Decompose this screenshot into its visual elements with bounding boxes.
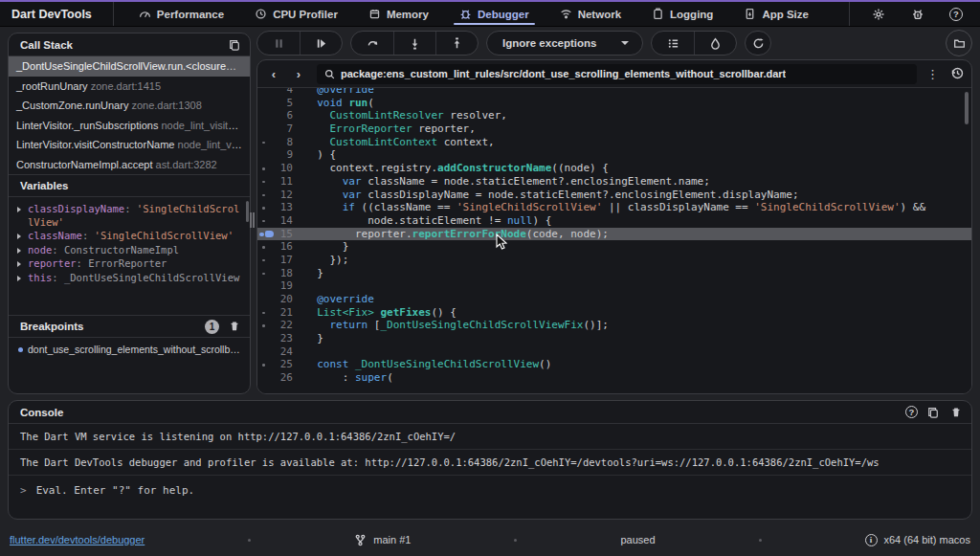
line-number[interactable]: 12 bbox=[270, 189, 293, 202]
call-stack-frame[interactable]: LinterVisitor._runSubscriptions node_lin… bbox=[9, 116, 250, 136]
expand-chevron-icon[interactable] bbox=[17, 261, 21, 267]
breakpoint-gutter[interactable] bbox=[257, 345, 270, 359]
call-stack-frame[interactable]: _rootRunUnary zone.dart:1415 bbox=[9, 77, 250, 97]
line-number[interactable]: 20 bbox=[270, 293, 293, 306]
breakpoint-gutter[interactable] bbox=[257, 254, 270, 267]
copy-icon[interactable] bbox=[227, 37, 242, 53]
breakpoint-item[interactable]: dont_use_scrolling_elements_without_scro… bbox=[16, 344, 242, 355]
file-search-box[interactable]: package:ens_custom_lint_rules/src/dont_u… bbox=[317, 64, 917, 84]
line-number[interactable]: 16 bbox=[270, 240, 293, 254]
breakpoint-gutter[interactable] bbox=[257, 201, 270, 214]
line-number[interactable]: 7 bbox=[270, 122, 293, 136]
tab-app-size[interactable]: App Size bbox=[728, 2, 824, 26]
more-options-icon[interactable]: ⋮ bbox=[926, 68, 939, 80]
code-scrollbar[interactable] bbox=[965, 92, 969, 124]
breakpoint-gutter[interactable] bbox=[257, 332, 270, 345]
droplet-icon[interactable] bbox=[694, 32, 736, 55]
breakpoints-list-icon[interactable] bbox=[652, 32, 694, 55]
help-icon[interactable]: ? bbox=[949, 8, 963, 21]
console-eval-prompt[interactable]: > Eval. Enter "?" for help. bbox=[9, 476, 971, 505]
expand-chevron-icon[interactable] bbox=[17, 234, 21, 239]
breakpoint-gutter[interactable] bbox=[257, 267, 270, 280]
line-number[interactable]: 4 bbox=[270, 88, 293, 97]
breakpoint-gutter[interactable] bbox=[257, 136, 270, 149]
expand-chevron-icon[interactable] bbox=[17, 207, 21, 212]
tab-network[interactable]: Network bbox=[545, 2, 636, 26]
open-file-folder-button[interactable] bbox=[946, 30, 972, 56]
devtools-docs-link[interactable]: flutter.dev/devtools/debugger bbox=[10, 534, 145, 545]
refresh-icon[interactable] bbox=[745, 31, 771, 56]
line-number[interactable]: 9 bbox=[270, 148, 293, 162]
history-back-button[interactable]: ‹ bbox=[261, 63, 286, 84]
file-history-icon[interactable] bbox=[950, 66, 964, 81]
line-number[interactable]: 10 bbox=[270, 162, 293, 175]
tab-memory[interactable]: Memory bbox=[353, 2, 444, 26]
console-copy-icon[interactable] bbox=[925, 405, 941, 420]
line-number[interactable]: 11 bbox=[270, 175, 293, 189]
call-stack-frame[interactable]: ConstructorNameImpl.accept ast.dart:3282 bbox=[9, 155, 250, 175]
breakpoint-gutter[interactable] bbox=[257, 175, 270, 189]
console-help-icon[interactable]: ? bbox=[905, 406, 918, 418]
breakpoint-gutter[interactable] bbox=[257, 214, 270, 228]
breakpoint-gutter[interactable] bbox=[257, 88, 270, 97]
breakpoint-gutter[interactable] bbox=[257, 189, 270, 202]
line-number[interactable]: 14 bbox=[270, 214, 293, 228]
tab-cpu-profiler[interactable]: CPU Profiler bbox=[239, 2, 353, 26]
settings-gear-icon[interactable] bbox=[871, 7, 885, 21]
line-number[interactable]: 24 bbox=[270, 345, 293, 359]
line-number[interactable]: 23 bbox=[270, 332, 293, 345]
breakpoint-gutter[interactable] bbox=[257, 371, 270, 385]
line-number[interactable]: 26 bbox=[270, 371, 293, 385]
delete-breakpoints-icon[interactable] bbox=[227, 319, 242, 334]
step-over-button[interactable] bbox=[351, 32, 393, 55]
breakpoint-gutter[interactable] bbox=[257, 358, 270, 371]
line-number[interactable]: 19 bbox=[270, 279, 293, 293]
report-bug-icon[interactable] bbox=[910, 7, 924, 21]
code-editor[interactable]: 4 @override5 void run(6 CustomLintResolv… bbox=[257, 88, 971, 393]
breakpoint-gutter[interactable] bbox=[257, 293, 270, 306]
breakpoint-gutter[interactable] bbox=[257, 279, 270, 293]
history-forward-button[interactable]: › bbox=[286, 63, 311, 84]
breakpoint-gutter[interactable] bbox=[257, 319, 270, 332]
breakpoint-gutter[interactable] bbox=[257, 240, 270, 254]
tab-debugger[interactable]: Debugger bbox=[444, 2, 545, 26]
breakpoint-gutter[interactable] bbox=[257, 97, 270, 110]
line-number[interactable]: 18 bbox=[270, 267, 293, 280]
variable-row[interactable]: node: ConstructorNameImpl bbox=[14, 244, 244, 258]
variables-scrollbar[interactable] bbox=[246, 201, 249, 222]
expand-chevron-icon[interactable] bbox=[17, 276, 21, 281]
line-number[interactable]: 25 bbox=[270, 358, 293, 371]
breakpoint-gutter[interactable] bbox=[257, 109, 270, 122]
breakpoint-gutter[interactable] bbox=[257, 306, 270, 320]
tab-logging[interactable]: Logging bbox=[636, 2, 728, 26]
step-out-button[interactable] bbox=[435, 32, 478, 55]
breakpoint-gutter[interactable] bbox=[257, 162, 270, 175]
console-clear-icon[interactable] bbox=[948, 405, 964, 420]
variable-row[interactable]: this: _DontUseSingleChildScrollView bbox=[14, 272, 244, 286]
variable-row[interactable]: classDisplayName: 'SingleChildScrollView… bbox=[14, 203, 244, 230]
info-icon[interactable]: i bbox=[865, 534, 878, 546]
breakpoint-gutter[interactable] bbox=[257, 122, 270, 136]
git-branch-icon bbox=[354, 534, 367, 546]
call-stack-frame[interactable]: _DontUseSingleChildScrollView.run.<closu… bbox=[9, 56, 250, 77]
line-number[interactable]: 8 bbox=[270, 136, 293, 149]
tab-performance[interactable]: Performance bbox=[123, 2, 239, 26]
variable-row[interactable]: reporter: ErrorReporter bbox=[14, 257, 244, 272]
line-number[interactable]: 6 bbox=[270, 109, 293, 122]
breakpoint-gutter[interactable] bbox=[257, 148, 270, 162]
expand-chevron-icon[interactable] bbox=[17, 248, 21, 254]
resume-button[interactable] bbox=[300, 32, 342, 55]
breakpoint-gutter[interactable] bbox=[257, 228, 270, 241]
variable-row[interactable]: className: 'SingleChildScrollView' bbox=[14, 230, 244, 244]
call-stack-frame[interactable]: LinterVisitor.visitConstructorName node_… bbox=[9, 135, 250, 155]
panel-splitter-handle[interactable] bbox=[250, 212, 255, 228]
step-in-button[interactable] bbox=[393, 32, 435, 55]
line-number[interactable]: 17 bbox=[270, 254, 293, 267]
pause-button[interactable] bbox=[257, 32, 300, 55]
call-stack-frame[interactable]: _CustomZone.runUnary zone.dart:1308 bbox=[9, 96, 250, 116]
line-number[interactable]: 13 bbox=[270, 201, 293, 214]
line-number[interactable]: 22 bbox=[270, 319, 293, 332]
line-number[interactable]: 21 bbox=[270, 306, 293, 320]
ignore-exceptions-dropdown[interactable]: Ignore exceptions bbox=[486, 31, 643, 56]
line-number[interactable]: 5 bbox=[270, 97, 293, 110]
